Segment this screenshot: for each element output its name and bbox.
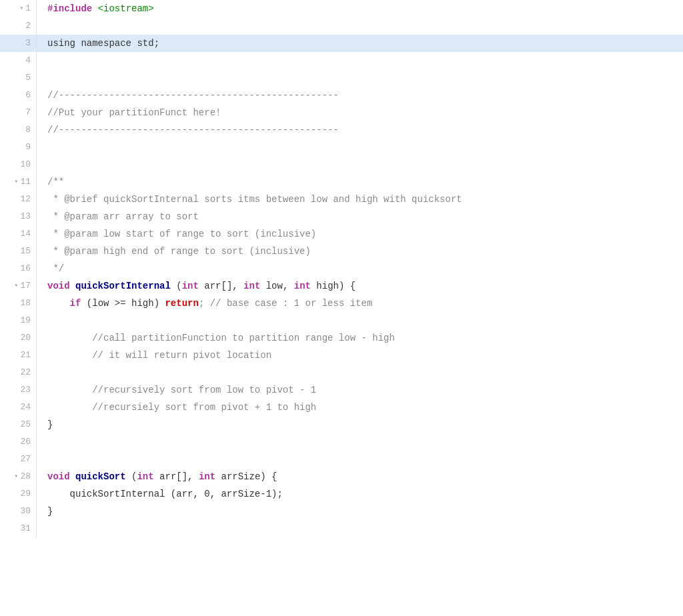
- code-row: 6//-------------------------------------…: [0, 87, 683, 104]
- token-comment: //--------------------------------------…: [47, 88, 339, 103]
- line-number-text: 30: [20, 505, 31, 519]
- token-comment: //Put your partitionFunct here!: [47, 105, 221, 120]
- token-comment: ; // base case : 1 or less item: [199, 296, 372, 311]
- code-line-content: * @param arr array to sort: [37, 208, 683, 225]
- code-line-content: #include <iostream>: [37, 0, 683, 17]
- code-row: 13 * @param arr array to sort: [0, 208, 683, 225]
- line-number: 7: [0, 104, 37, 121]
- line-number: 31: [0, 520, 37, 537]
- token-comment: //recursively sort from low to pivot - 1: [47, 383, 316, 397]
- code-row: 23 //recursively sort from low to pivot …: [0, 381, 683, 399]
- line-number-text: 7: [25, 106, 31, 120]
- line-number: 3: [0, 35, 37, 52]
- line-number-text: 20: [20, 331, 31, 345]
- code-line-content: quickSortInternal (arr, 0, arrSize-1);: [37, 485, 683, 503]
- token-normal: quickSortInternal (arr, 0, arrSize-1);: [47, 487, 283, 501]
- line-number-text: 21: [20, 349, 31, 363]
- code-line-content: }: [37, 416, 683, 433]
- code-line-content: [37, 364, 683, 381]
- token-comment: // it will return pivot location: [47, 348, 271, 363]
- code-line-content: //recursively sort from low to pivot - 1: [37, 381, 683, 399]
- token-normal: [70, 279, 75, 293]
- token-kw-return: return: [165, 296, 198, 311]
- code-row: 14 * @param low start of range to sort (…: [0, 225, 683, 243]
- line-number-text: 8: [25, 123, 31, 137]
- token-comment-doc: * @brief quickSortInternal sorts itms be…: [47, 192, 462, 207]
- code-line-content: }: [37, 503, 683, 520]
- token-kw-if: if: [70, 296, 81, 311]
- line-number-text: 15: [20, 245, 31, 259]
- token-kw-int: int: [182, 279, 199, 293]
- line-number: 25: [0, 416, 37, 433]
- fold-arrow-icon[interactable]: ▾: [11, 281, 18, 291]
- line-number: 2: [0, 17, 37, 35]
- token-normal: (: [171, 279, 182, 293]
- code-row: 22: [0, 364, 683, 381]
- code-line-content: //--------------------------------------…: [37, 121, 683, 139]
- code-row: 8//-------------------------------------…: [0, 121, 683, 139]
- code-row: 15 * @param high end of range to sort (i…: [0, 243, 683, 260]
- token-kw-int: int: [199, 469, 215, 484]
- code-line-content: void quickSort (int arr[], int arrSize) …: [37, 468, 683, 485]
- code-row: ▾17void quickSortInternal (int arr[], in…: [0, 277, 683, 295]
- line-number: ▾17: [0, 277, 37, 295]
- code-line-content: * @param low start of range to sort (inc…: [37, 225, 683, 243]
- code-line-content: [37, 69, 683, 87]
- line-number-text: 9: [25, 141, 31, 155]
- token-normal: arr[],: [154, 469, 199, 484]
- fold-arrow-icon[interactable]: ▾: [11, 177, 18, 187]
- token-comment-doc: /**: [47, 175, 64, 189]
- line-number: 23: [0, 381, 37, 399]
- code-line-content: * @param high end of range to sort (incl…: [37, 243, 683, 260]
- line-number: 29: [0, 485, 37, 503]
- line-number-text: 3: [25, 37, 31, 51]
- code-row: 9: [0, 139, 683, 156]
- code-row: 27: [0, 451, 683, 468]
- code-line-content: * @brief quickSortInternal sorts itms be…: [37, 191, 683, 208]
- line-number-text: 28: [20, 470, 31, 484]
- token-normal: [47, 296, 70, 311]
- line-number-text: 2: [25, 19, 31, 33]
- token-kw-int: int: [243, 279, 260, 293]
- code-row: ▾28void quickSort (int arr[], int arrSiz…: [0, 468, 683, 485]
- line-number-text: 25: [20, 418, 31, 432]
- code-row: 5: [0, 69, 683, 87]
- code-row: 26: [0, 433, 683, 451]
- code-line-content: if (low >= high) return; // base case : …: [37, 295, 683, 312]
- line-number-text: 5: [25, 71, 31, 85]
- line-number: 27: [0, 451, 37, 468]
- token-kw-include: #include: [47, 1, 92, 16]
- line-number: 15: [0, 243, 37, 260]
- code-line-content: /**: [37, 173, 683, 191]
- token-kw-int: int: [294, 279, 311, 293]
- token-normal: arr[],: [199, 279, 243, 293]
- code-lines-container: ▾1#include <iostream>2 3using namespace …: [0, 0, 683, 537]
- code-row: 25}: [0, 416, 683, 433]
- code-row: 21 // it will return pivot location: [0, 347, 683, 364]
- line-number: 19: [0, 312, 37, 329]
- line-number-text: 14: [20, 227, 31, 241]
- token-comment: //call partitionFunction to partition ra…: [47, 331, 395, 345]
- code-row: 16 */: [0, 260, 683, 277]
- fold-arrow-icon[interactable]: ▾: [17, 3, 23, 14]
- line-number-text: 19: [20, 314, 31, 328]
- line-number: ▾1: [0, 0, 37, 17]
- code-row: 18 if (low >= high) return; // base case…: [0, 295, 683, 312]
- fold-arrow-icon[interactable]: ▾: [11, 471, 18, 482]
- code-line-content: [37, 52, 683, 69]
- token-normal: [70, 469, 75, 484]
- line-number: 20: [0, 329, 37, 347]
- line-number: 14: [0, 225, 37, 243]
- line-number-text: 29: [20, 487, 31, 501]
- line-number: 13: [0, 208, 37, 225]
- token-normal: high) {: [311, 279, 356, 293]
- line-number-text: 24: [20, 401, 31, 415]
- line-number: 18: [0, 295, 37, 312]
- line-number: 30: [0, 503, 37, 520]
- code-line-content: using namespace std;: [37, 35, 683, 52]
- code-line-content: [37, 156, 683, 173]
- line-number: 8: [0, 121, 37, 139]
- code-line-content: //call partitionFunction to partition ra…: [37, 329, 683, 347]
- line-number: 22: [0, 364, 37, 381]
- code-line-content: */: [37, 260, 683, 277]
